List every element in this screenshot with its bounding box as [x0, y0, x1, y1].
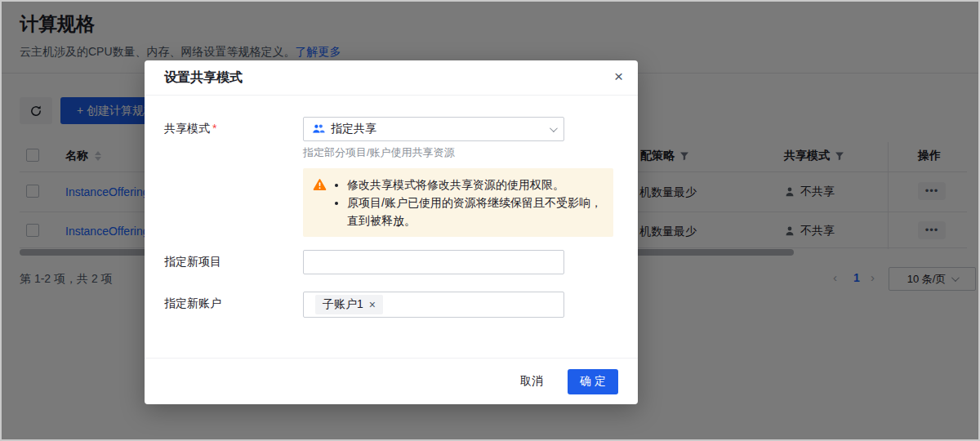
share-mode-dialog: 设置共享模式 × 共享模式* — [145, 60, 638, 404]
warning-list: 修改共享模式将修改共享资源的使用权限。 原项目/账户已使用的资源将继续保留且不受… — [333, 176, 604, 229]
close-button[interactable]: × — [614, 69, 623, 84]
tag-close-icon[interactable]: × — [369, 299, 376, 310]
warning-icon — [313, 176, 327, 229]
close-icon: × — [614, 68, 623, 85]
new-project-label: 指定新项目 — [164, 250, 303, 270]
new-account-input[interactable]: 子账户1 × — [303, 292, 564, 318]
required-asterisk: * — [212, 122, 216, 135]
app-window: 计算规格 云主机涉及的CPU数量、内存、网络设置等规格定义。了解更多 + 创建计… — [0, 0, 980, 441]
new-project-field: 指定新项目 — [164, 250, 618, 274]
new-project-input[interactable] — [303, 250, 564, 274]
share-mode-field: 共享模式* 指定共享 — [164, 117, 618, 160]
share-mode-select[interactable]: 指定共享 — [303, 117, 564, 141]
dialog-footer: 取消 确 定 — [145, 358, 638, 404]
warning-alert: 修改共享模式将修改共享资源的使用权限。 原项目/账户已使用的资源将继续保留且不受… — [303, 168, 613, 237]
chevron-down-icon — [550, 124, 558, 132]
share-mode-label: 共享模式* — [164, 117, 303, 136]
warning-line: 修改共享模式将修改共享资源的使用权限。 — [347, 176, 604, 194]
dialog-header: 设置共享模式 × — [145, 60, 638, 96]
cancel-button[interactable]: 取消 — [520, 374, 543, 389]
new-account-label: 指定新账户 — [164, 292, 303, 311]
dialog-body: 共享模式* 指定共享 — [145, 96, 638, 318]
dialog-title: 设置共享模式 — [164, 69, 243, 87]
new-account-field: 指定新账户 子账户1 × — [164, 292, 618, 318]
ok-button[interactable]: 确 定 — [568, 369, 618, 394]
users-icon — [312, 122, 325, 136]
account-tag-label: 子账户1 — [323, 297, 363, 312]
share-mode-helper: 指定部分项目/账户使用共享资源 — [303, 145, 564, 160]
share-mode-value: 指定共享 — [331, 122, 376, 136]
warning-line: 原项目/账户已使用的资源将继续保留且不受影响，直到被释放。 — [347, 194, 604, 229]
account-tag: 子账户1 × — [315, 295, 383, 314]
share-mode-label-text: 共享模式 — [164, 122, 210, 135]
